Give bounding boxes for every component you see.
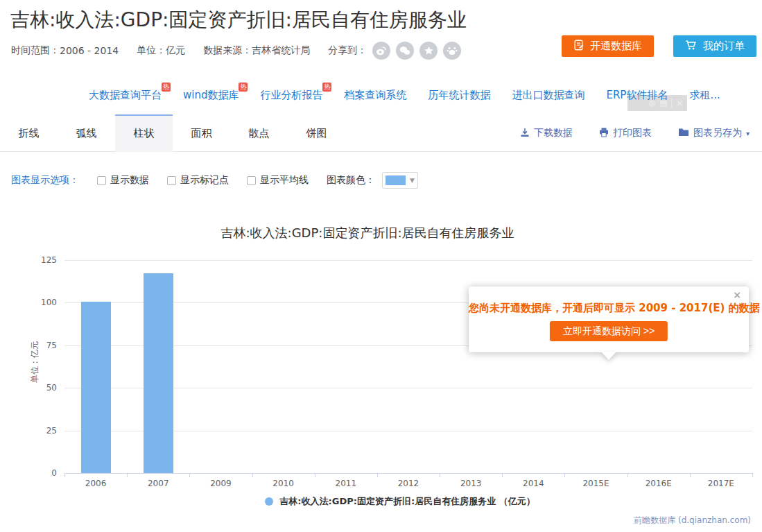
- action-label: 下载数据: [534, 127, 573, 139]
- document-icon: [573, 40, 585, 53]
- unit-value: 亿元: [166, 44, 185, 57]
- x-label-2017E: 2017E: [690, 479, 752, 488]
- chart-actions: 下载数据打印图表图表另存为▾: [520, 114, 750, 152]
- time-range-label: 时间范围：: [11, 44, 60, 57]
- nav-link-label: 历年统计数据: [428, 89, 490, 101]
- cart-icon: [685, 40, 698, 53]
- nav-link-3[interactable]: 行业分析报告热: [260, 89, 322, 102]
- chart-title: 吉林:收入法:GDP:固定资产折旧:居民自有住房服务业: [0, 225, 735, 241]
- share-label: 分享到：: [328, 44, 367, 57]
- x-tick: [377, 473, 378, 477]
- chart-display-options: 图表显示选项： 显示数据显示标记点显示平均线 图表颜色： ▼: [11, 172, 418, 189]
- checkbox-label: 显示平均线: [260, 174, 309, 187]
- action-打印图表[interactable]: 打印图表: [599, 127, 652, 139]
- checkbox-box[interactable]: [97, 176, 106, 185]
- gridline-125: [64, 260, 752, 261]
- x-tick: [440, 473, 440, 477]
- chart-color-control: 图表颜色： ▼: [327, 172, 418, 189]
- weibo-icon[interactable]: [372, 42, 390, 60]
- popup-message: 您尚未开通数据库，开通后即可显示 2009 - 2017(E) 的数据: [469, 302, 749, 315]
- hot-badge: 热: [239, 83, 248, 92]
- x-tick: [252, 473, 253, 477]
- x-tick: [690, 473, 691, 477]
- action-label: 图表另存为: [693, 127, 742, 139]
- wechat-icon[interactable]: [396, 42, 414, 60]
- chevron-down-icon: ▾: [746, 130, 750, 137]
- open-database-label: 开通数据库: [590, 40, 642, 53]
- tab-散点[interactable]: 散点: [230, 114, 288, 152]
- share-row: 分享到：: [328, 42, 461, 60]
- x-label-2007: 2007: [127, 479, 189, 488]
- my-orders-label: 我的订单: [703, 40, 745, 53]
- tab-弧线[interactable]: 弧线: [58, 114, 115, 152]
- open-data-access-button[interactable]: 立即开通数据访问 >>: [550, 321, 668, 341]
- legend-marker: [265, 497, 273, 506]
- tab-饼图[interactable]: 饼图: [288, 114, 345, 152]
- checkbox-显示数据[interactable]: 显示数据: [97, 174, 149, 187]
- gridline-0: [64, 473, 752, 474]
- x-tick: [315, 473, 315, 477]
- color-swatch: [386, 175, 406, 185]
- nav-link-5[interactable]: 历年统计数据: [428, 89, 490, 102]
- nav-link-8[interactable]: 求租...: [689, 89, 720, 102]
- y-tick-label: 75: [0, 341, 57, 350]
- x-label-2012: 2012: [377, 479, 440, 488]
- checkbox-box[interactable]: [167, 176, 176, 185]
- checkbox-label: 显示标记点: [180, 174, 229, 187]
- checkbox-显示平均线[interactable]: 显示平均线: [247, 174, 309, 187]
- x-label-2011: 2011: [315, 479, 377, 488]
- close-icon[interactable]: ×: [733, 289, 741, 300]
- baidu-icon[interactable]: [443, 42, 461, 60]
- qzone-icon[interactable]: [419, 42, 438, 60]
- hot-badge: 热: [322, 83, 331, 92]
- legend-item[interactable]: 吉林:收入法:GDP:固定资产折旧:居民自有住房服务业 （亿元）: [0, 495, 762, 508]
- options-label: 图表显示选项：: [11, 174, 79, 187]
- header-buttons: 开通数据库 我的订单: [562, 35, 756, 57]
- x-tick: [502, 473, 503, 477]
- watermark-link[interactable]: 前瞻数据库 (d.qianzhan.com): [634, 515, 751, 526]
- x-tick: [564, 473, 565, 477]
- y-tick-label: 100: [0, 298, 57, 307]
- nav-link-label: 大数据查询平台: [89, 89, 162, 101]
- action-图表另存为[interactable]: 图表另存为▾: [678, 127, 750, 139]
- nav-link-6[interactable]: 进出口数据查询: [512, 89, 585, 102]
- y-tick-label: 125: [0, 255, 57, 265]
- bar-2006: [81, 302, 111, 473]
- nav-link-4[interactable]: 档案查询系统: [344, 89, 406, 102]
- my-orders-button[interactable]: 我的订单: [673, 35, 756, 57]
- nav-link-1[interactable]: 大数据查询平台热: [89, 89, 162, 102]
- nav-link-7[interactable]: ERP软件排名: [606, 89, 668, 102]
- nav-link-label: wind数据库: [183, 89, 239, 101]
- folder-icon: [678, 128, 689, 139]
- tab-折线[interactable]: 折线: [0, 114, 58, 152]
- action-下载数据[interactable]: 下载数据: [520, 127, 573, 139]
- x-label-2013: 2013: [440, 479, 502, 488]
- x-tick: [627, 473, 628, 477]
- bar-2007: [144, 273, 173, 473]
- data-source: 数据来源： 吉林省统计局: [203, 44, 310, 57]
- share-icons: [372, 42, 461, 60]
- nav-bar: ◎ ▤ × 大数据查询平台热wind数据库热行业分析报告热档案查询系统历年统计数…: [0, 76, 762, 114]
- hot-badge: 热: [162, 83, 171, 92]
- page-title: 吉林:收入法:GDP:固定资产折旧:居民自有住房服务业: [10, 7, 467, 33]
- x-label-2014: 2014: [502, 479, 564, 488]
- subscribe-popup: × 您尚未开通数据库，开通后即可显示 2009 - 2017(E) 的数据 立即…: [469, 286, 749, 352]
- popup-pointer: [601, 352, 616, 360]
- action-label: 打印图表: [613, 127, 652, 139]
- tab-柱状[interactable]: 柱状: [115, 114, 173, 152]
- checkbox-box[interactable]: [247, 176, 256, 185]
- y-tick-label: 0: [0, 468, 57, 478]
- chevron-down-icon: ▼: [410, 177, 415, 184]
- chart-color-dropdown[interactable]: ▼: [382, 172, 418, 189]
- tab-面积[interactable]: 面积: [173, 114, 230, 152]
- data-source-label: 数据来源：: [203, 44, 252, 57]
- unit-label: 单位：: [137, 44, 166, 57]
- option-checkboxes: 显示数据显示标记点显示平均线: [97, 174, 309, 187]
- nav-link-2[interactable]: wind数据库热: [183, 89, 239, 102]
- checkbox-显示标记点[interactable]: 显示标记点: [167, 174, 229, 187]
- y-tick-label: 25: [0, 426, 57, 436]
- page-header: 吉林:收入法:GDP:固定资产折旧:居民自有住房服务业 时间范围： 2006 -…: [0, 0, 762, 76]
- open-database-button[interactable]: 开通数据库: [562, 35, 654, 57]
- unit: 单位： 亿元: [137, 44, 185, 57]
- nav-links: 大数据查询平台热wind数据库热行业分析报告热档案查询系统历年统计数据进出口数据…: [89, 76, 720, 114]
